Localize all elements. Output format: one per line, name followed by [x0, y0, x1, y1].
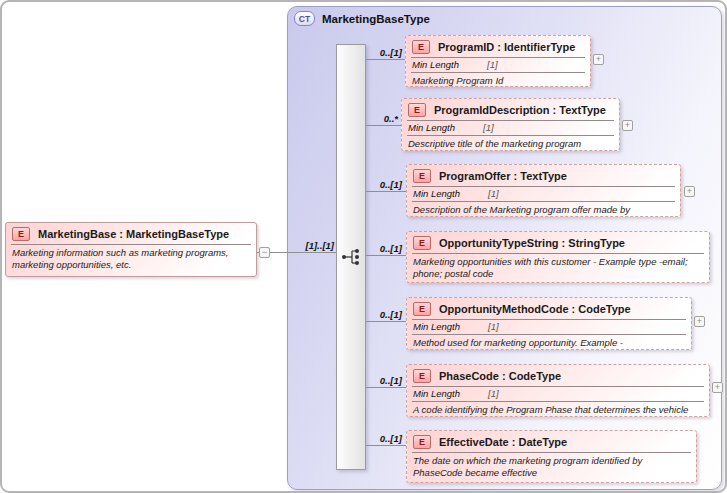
sequence-icon: [341, 247, 361, 267]
element-icon: E: [12, 227, 30, 241]
collapse-toggle[interactable]: −: [259, 247, 270, 258]
element-header: E OpportunityMethodCode : CodeType: [407, 298, 691, 318]
element-header: E OpportunityTypeString : StringType: [407, 232, 709, 252]
connector-line: [366, 445, 406, 446]
expand-toggle[interactable]: +: [622, 120, 633, 131]
element-annotation: Marketing Program Id: [406, 73, 590, 87]
connector-line: [366, 125, 401, 126]
connector-line: [366, 387, 406, 388]
schema-diagram-canvas: CT MarketingBaseType E MarketingBase : M…: [0, 0, 727, 493]
cardinality-label: 0..[1]: [362, 47, 402, 58]
root-element-label: MarketingBase : MarketingBaseType: [38, 228, 229, 240]
element-header: E ProgramID : IdentifierType: [406, 36, 590, 56]
facet-name: Min Length: [413, 188, 460, 199]
cardinality-label: 0..[1]: [362, 433, 402, 444]
element-icon: E: [413, 169, 431, 183]
element-annotation: The date on which the marketing program …: [407, 453, 696, 483]
facet-value: [1]: [488, 388, 499, 399]
root-element-header: E MarketingBase : MarketingBaseType: [6, 223, 256, 243]
element-annotation: Marketing opportunities with this custom…: [407, 254, 709, 283]
element-icon: E: [413, 435, 431, 449]
element-box-effective-date[interactable]: E EffectiveDate : DateType The date on w…: [406, 430, 697, 483]
facet-row: Min Length [1]: [407, 187, 680, 200]
element-annotation: Descriptive title of the marketing progr…: [402, 136, 619, 151]
complex-type-header: CT MarketingBaseType: [294, 11, 430, 26]
facet-name: Min Length: [413, 321, 460, 332]
element-box-opportunity-type-string[interactable]: E OpportunityTypeString : StringType Mar…: [406, 231, 710, 283]
element-icon: E: [413, 369, 431, 383]
cardinality-label: 0..*: [362, 113, 398, 124]
complex-type-badge-icon: CT: [294, 11, 315, 26]
element-header: E PhaseCode : CodeType: [407, 365, 709, 385]
element-icon: E: [413, 236, 431, 250]
connector-line: [366, 255, 406, 256]
element-label: ProgramIdDescription : TextType: [434, 104, 606, 116]
connector-line: [366, 59, 405, 60]
facet-value: [1]: [487, 59, 498, 70]
element-annotation: A code identifying the Program Phase tha…: [407, 402, 709, 417]
element-label: OpportunityMethodCode : CodeType: [439, 303, 631, 315]
facet-name: Min Length: [413, 388, 460, 399]
facet-value: [1]: [488, 321, 499, 332]
element-label: ProgramID : IdentifierType: [438, 41, 575, 53]
element-annotation: Description of the Marketing program off…: [407, 202, 680, 217]
facet-row: Min Length [1]: [406, 58, 590, 71]
element-label: OpportunityTypeString : StringType: [439, 237, 625, 249]
element-label: PhaseCode : CodeType: [439, 370, 561, 382]
element-icon: E: [408, 103, 426, 117]
element-box-program-offer[interactable]: E ProgramOffer : TextType Min Length [1]…: [406, 164, 681, 217]
element-box-phase-code[interactable]: E PhaseCode : CodeType Min Length [1] A …: [406, 364, 710, 417]
element-label: ProgramOffer : TextType: [439, 170, 567, 182]
expand-toggle[interactable]: +: [712, 382, 723, 393]
expand-toggle[interactable]: +: [694, 316, 705, 327]
expand-toggle[interactable]: +: [593, 54, 604, 65]
root-element-box[interactable]: E MarketingBase : MarketingBaseType Mark…: [5, 222, 257, 277]
expand-toggle[interactable]: +: [684, 186, 695, 197]
connector-line: [366, 321, 406, 322]
element-annotation: Method used for marketing opportunity. E…: [407, 335, 691, 350]
element-icon: E: [413, 302, 431, 316]
connector-line: [366, 191, 406, 192]
cardinality-label: [1]..[1]: [294, 240, 334, 251]
facet-value: [1]: [488, 188, 499, 199]
element-box-program-id-description[interactable]: E ProgramIdDescription : TextType Min Le…: [401, 98, 620, 151]
facet-value: [1]: [483, 122, 494, 133]
cardinality-label: 0..[1]: [362, 243, 402, 254]
facet-row: Min Length [1]: [407, 320, 691, 333]
complex-type-title: MarketingBaseType: [322, 13, 430, 25]
root-element-annotation: Marketing information such as marketing …: [6, 245, 256, 275]
facet-row: Min Length [1]: [402, 121, 619, 134]
element-header: E EffectiveDate : DateType: [407, 431, 696, 451]
element-box-program-id[interactable]: E ProgramID : IdentifierType Min Length …: [405, 35, 591, 87]
facet-name: Min Length: [412, 59, 459, 70]
cardinality-label: 0..[1]: [362, 179, 402, 190]
cardinality-label: 0..[1]: [362, 375, 402, 386]
element-header: E ProgramIdDescription : TextType: [402, 99, 619, 119]
element-label: EffectiveDate : DateType: [439, 436, 567, 448]
element-box-opportunity-method-code[interactable]: E OpportunityMethodCode : CodeType Min L…: [406, 297, 692, 350]
facet-row: Min Length [1]: [407, 387, 709, 400]
element-header: E ProgramOffer : TextType: [407, 165, 680, 185]
facet-name: Min Length: [408, 122, 455, 133]
cardinality-label: 0..[1]: [362, 309, 402, 320]
element-icon: E: [412, 40, 430, 54]
